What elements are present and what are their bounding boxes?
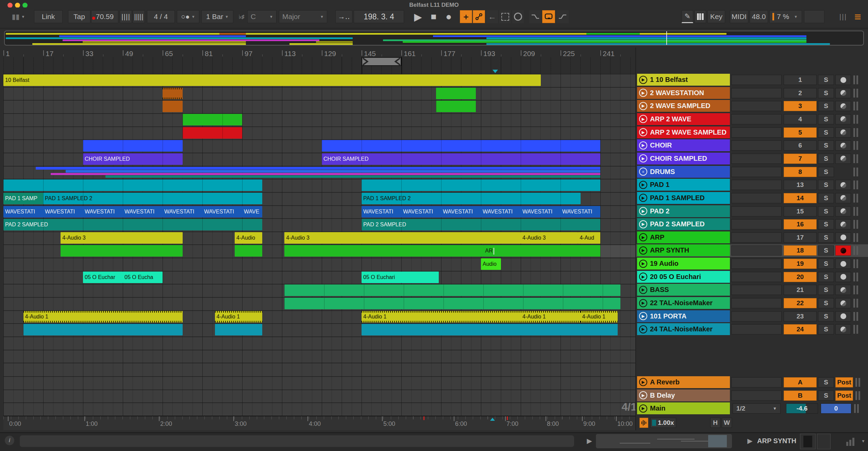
track-name[interactable]: PAD 2 (650, 207, 669, 215)
track-lane[interactable] (3, 100, 640, 113)
track-row[interactable]: ▶20 05 O Euchari20S (636, 271, 868, 283)
clip-4-audio-1[interactable]: 4-Audio 1 (581, 311, 618, 323)
track-row[interactable]: ▶ARP 2 WAVE SAMPLED5S (636, 126, 868, 139)
return-badge-button[interactable]: B (784, 391, 817, 401)
preferences-menu-icon[interactable]: ≡ (852, 10, 864, 23)
track-play-icon[interactable]: ▶ (639, 181, 647, 189)
solo-button[interactable]: S (818, 75, 834, 85)
clip[interactable] (436, 88, 476, 99)
track-color-block[interactable]: ▶1 10 Belfast (637, 74, 730, 86)
solo-button[interactable]: S (818, 127, 834, 138)
audio-engine-button[interactable] (639, 418, 648, 428)
solo-button[interactable]: S (818, 219, 834, 229)
track-row[interactable]: ▶ARP 2 WAVE4S (636, 113, 868, 126)
clip[interactable] (36, 167, 600, 170)
clip[interactable] (362, 179, 600, 191)
clip[interactable] (284, 298, 620, 309)
arrangement-overview[interactable] (4, 31, 864, 46)
arm-button[interactable] (835, 193, 851, 203)
quantize-menu[interactable]: 1 Bar▼ (201, 10, 233, 23)
computer-midi-keyboard-button[interactable] (695, 10, 706, 23)
track-number-button[interactable]: 23 (784, 311, 817, 322)
track-input-field[interactable] (731, 311, 782, 322)
track-number-button[interactable]: 24 (784, 324, 817, 334)
track-color-block[interactable]: ▶24 TAL-NoiseMaker (637, 323, 730, 335)
clip[interactable] (83, 140, 183, 152)
track-name[interactable]: ARP 2 WAVE SAMPLED (650, 128, 727, 136)
solo-button[interactable]: S (818, 285, 834, 295)
clip[interactable] (163, 88, 183, 99)
track-color-block[interactable]: ▶Main (637, 402, 730, 414)
arm-button[interactable] (835, 206, 851, 216)
track-row[interactable]: ▶101 PORTA23S (636, 310, 868, 323)
track-play-icon[interactable]: ▶ (639, 128, 647, 136)
clip-wavestati[interactable]: WAVESTATI (123, 206, 163, 218)
automation-arm-button[interactable] (473, 10, 485, 23)
return-lane[interactable] (3, 376, 640, 389)
track-name[interactable]: 24 TAL-NoiseMaker (650, 325, 713, 333)
track-lane[interactable] (3, 87, 640, 100)
return-track-row[interactable]: ▶B DelayBSPost (636, 389, 868, 402)
clip-wavestati[interactable]: WAVESTATI (561, 206, 600, 218)
clip-choir-sampled[interactable]: CHOIR SAMPLED (322, 153, 600, 165)
track-play-icon[interactable]: ▶ (639, 260, 647, 268)
clip-10-belfast[interactable]: 10 Belfast (3, 74, 541, 86)
track-input-field[interactable] (731, 140, 782, 151)
track-play-icon[interactable]: ▶ (639, 286, 647, 294)
track-number-button[interactable]: 3 (784, 101, 817, 111)
track-play-icon[interactable]: ▶ (639, 76, 647, 84)
track-number-button[interactable]: 16 (784, 219, 817, 229)
arm-button[interactable] (835, 232, 851, 243)
empty-lane[interactable] (3, 350, 640, 363)
track-input-field[interactable] (731, 245, 782, 256)
clip[interactable] (215, 324, 262, 335)
track-number-button[interactable]: 8 (784, 167, 817, 177)
track-name[interactable]: 2 WAVESTATION (650, 89, 704, 97)
chevron-down-icon[interactable]: ▼ (860, 437, 867, 445)
clip-4-audio-1[interactable]: 4-Audio 1 (23, 311, 183, 323)
track-number-button[interactable]: 6 (784, 140, 817, 151)
track-name[interactable]: 1 10 Belfast (650, 76, 688, 84)
clip-choir-sampled[interactable]: CHOIR SAMPLED (83, 153, 183, 165)
track-color-block[interactable]: ▶20 05 O Euchari (637, 271, 730, 283)
overdub-button[interactable]: ＋ (460, 10, 472, 23)
device-thumbnail[interactable] (817, 434, 831, 449)
link-button[interactable]: Link (34, 10, 63, 23)
loop-button[interactable] (542, 10, 555, 23)
re-enable-automation-button[interactable]: ← (486, 10, 498, 23)
arrangement-grid[interactable]: Drop Files and Devices Here 4/1 10 Belfa… (3, 74, 640, 416)
track-input-field[interactable] (731, 88, 782, 98)
main-volume-field[interactable]: -4.6 (786, 403, 818, 414)
track-input-field[interactable] (731, 259, 782, 269)
track-name[interactable]: Main (650, 404, 666, 412)
track-color-block[interactable]: ▶2 WAVESTATION (637, 87, 730, 99)
track-row[interactable]: ▶BASS21S (636, 284, 868, 296)
track-color-block[interactable]: ▶ARP (637, 231, 730, 243)
clip[interactable] (401, 272, 439, 283)
track-play-icon[interactable]: ▶ (639, 154, 647, 162)
track-input-field[interactable] (731, 324, 782, 334)
track-lane[interactable] (3, 258, 640, 271)
arm-button[interactable] (835, 219, 851, 229)
punch-out-button[interactable] (556, 10, 569, 23)
solo-button[interactable]: S (818, 272, 834, 282)
time-signature-field[interactable]: 4 / 4 (147, 10, 175, 23)
track-row[interactable]: ▶24 TAL-NoiseMaker24S (636, 323, 868, 336)
clip-05-o-euchari[interactable]: 05 O Euchari (362, 272, 401, 283)
track-row[interactable]: ▶CHOIR SAMPLED7S (636, 153, 868, 165)
track-name[interactable]: A Reverb (650, 378, 680, 386)
track-number-button[interactable]: 18 (784, 245, 817, 256)
clip-ar[interactable]: AR (483, 245, 600, 257)
preview-play-icon[interactable]: ▶ (584, 435, 595, 447)
track-color-block[interactable]: ▶22 TAL-NoiseMaker (637, 297, 730, 309)
return-lane[interactable] (3, 389, 640, 403)
main-pan-field[interactable]: 0 (821, 403, 851, 414)
track-play-icon[interactable]: ▶ (639, 378, 647, 386)
nudge-up-button[interactable]: ||||| (133, 10, 145, 23)
solo-button[interactable]: S (818, 114, 834, 124)
track-lane[interactable] (3, 126, 640, 140)
track-row[interactable]: ▶ARP17S (636, 231, 868, 244)
track-play-icon[interactable]: ▶ (639, 115, 647, 123)
track-name[interactable]: ARP SYNTH (650, 246, 689, 254)
punch-in-button[interactable] (529, 10, 541, 23)
